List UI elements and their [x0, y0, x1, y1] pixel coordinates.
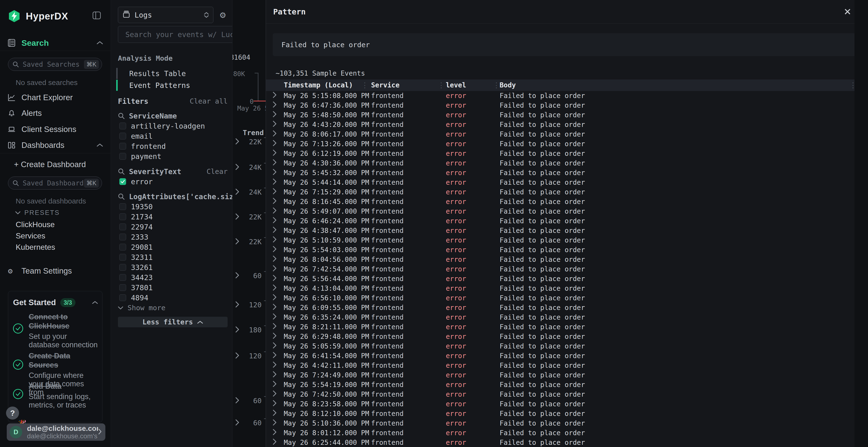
presets-toggle[interactable]: PRESETS: [15, 209, 60, 216]
search-icon[interactable]: [118, 112, 125, 119]
table-row[interactable]: May 26 7:13:26.000 PM frontend error Fai…: [266, 139, 868, 149]
clear-button[interactable]: Clear: [207, 167, 227, 176]
table-row[interactable]: May 26 5:54:03.000 PM frontend error Fai…: [266, 245, 868, 255]
sidebar-section-search[interactable]: Search: [8, 38, 103, 48]
sidebar-item-dashboards[interactable]: Dashboards: [8, 140, 103, 150]
table-row[interactable]: May 26 6:41:54.000 PM frontend error Fai…: [266, 351, 868, 361]
checkbox[interactable]: [119, 254, 126, 261]
checkbox[interactable]: [119, 224, 126, 230]
checkbox[interactable]: [119, 143, 126, 149]
filter-option[interactable]: 2333: [118, 232, 227, 242]
checkbox[interactable]: [119, 133, 126, 139]
table-row[interactable]: May 26 6:47:36.000 PM frontend error Fai…: [266, 101, 868, 110]
pattern-preview-row[interactable]: 22K: [232, 212, 266, 222]
pattern-preview-row[interactable]: 180: [232, 325, 266, 335]
pattern-preview-row[interactable]: 24K: [232, 187, 266, 197]
table-row[interactable]: May 26 7:24:49.000 PM frontend error Fai…: [266, 370, 868, 380]
filter-option[interactable]: 33261: [118, 262, 227, 272]
table-row[interactable]: May 26 5:48:50.000 PM frontend error Fai…: [266, 110, 868, 120]
search-icon[interactable]: [118, 193, 125, 200]
table-row[interactable]: May 26 8:12:10.000 PM frontend error Fai…: [266, 409, 868, 419]
table-row[interactable]: May 26 8:23:58.000 PM frontend error Fai…: [266, 399, 868, 409]
table-row[interactable]: May 26 8:21:11.000 PM frontend error Fai…: [266, 322, 868, 332]
filter-option[interactable]: payment: [118, 151, 227, 161]
table-row[interactable]: May 26 6:09:55.000 PM frontend error Fai…: [266, 303, 868, 313]
checkbox[interactable]: [119, 294, 126, 301]
filter-option[interactable]: 22974: [118, 222, 227, 232]
pattern-preview-row[interactable]: 120: [232, 300, 266, 310]
pattern-preview-row[interactable]: 60: [232, 418, 266, 428]
analysis-option-event-patterns[interactable]: Event Patterns: [116, 80, 217, 91]
sidebar-item-alerts[interactable]: Alerts: [8, 108, 103, 118]
get-started-step[interactable]: Connect to ClickHouse Set up your databa…: [13, 312, 98, 349]
column-resize-icon[interactable]: ⋮: [493, 81, 500, 90]
pattern-preview-row[interactable]: 60: [232, 396, 266, 406]
sidebar-item-services[interactable]: Services: [16, 232, 45, 240]
table-row[interactable]: May 26 5:54:19.000 PM frontend error Fai…: [266, 380, 868, 390]
checkbox[interactable]: [119, 203, 126, 210]
less-filters-button[interactable]: Less filters: [118, 317, 227, 327]
table-row[interactable]: May 26 6:56:10.000 PM frontend error Fai…: [266, 294, 868, 303]
table-row[interactable]: May 26 5:49:07.000 PM frontend error Fai…: [266, 207, 868, 216]
checkbox[interactable]: [119, 153, 126, 160]
filter-option[interactable]: email: [118, 131, 227, 141]
saved-dashboards-input[interactable]: Saved Dashboards ⌘K: [8, 176, 102, 190]
filter-option[interactable]: 19350: [118, 202, 227, 212]
chevron-up-icon[interactable]: [92, 300, 98, 305]
column-resize-icon[interactable]: ⋮: [361, 81, 368, 90]
scrollbar-track[interactable]: [855, 0, 868, 447]
filter-option[interactable]: 34423: [118, 272, 227, 282]
pattern-preview-row[interactable]: 60: [232, 271, 266, 281]
pattern-preview-row[interactable]: 22K: [232, 137, 266, 147]
table-row[interactable]: May 26 4:43:20.000 PM frontend error Fai…: [266, 120, 868, 130]
logo[interactable]: HyperDX: [8, 10, 103, 22]
table-row[interactable]: May 26 7:42:54.000 PM frontend error Fai…: [266, 265, 868, 274]
table-row[interactable]: May 26 7:42:50.000 PM frontend error Fai…: [266, 390, 868, 399]
create-dashboard-button[interactable]: + Create Dashboard: [14, 159, 109, 170]
filter-option[interactable]: 4894: [118, 293, 227, 303]
clear-all-button[interactable]: Clear all: [190, 97, 227, 105]
column-resize-icon[interactable]: ⋮: [438, 81, 445, 90]
checkbox[interactable]: [119, 213, 126, 220]
table-row[interactable]: May 26 7:15:29.000 PM frontend error Fai…: [266, 187, 868, 197]
checkbox[interactable]: [119, 178, 126, 185]
sidebar-item-kubernetes[interactable]: Kubernetes: [16, 243, 55, 252]
table-row[interactable]: May 26 5:45:32.000 PM frontend error Fai…: [266, 168, 868, 178]
table-row[interactable]: May 26 5:10:36.000 PM frontend error Fai…: [266, 419, 868, 428]
checkbox[interactable]: [119, 284, 126, 291]
sidebar-item-team-settings[interactable]: ⚙ Team Settings: [8, 266, 103, 276]
table-row[interactable]: May 26 4:42:11.000 PM frontend error Fai…: [266, 361, 868, 370]
get-started-step[interactable]: Add Data Start sending logs, metrics, or…: [13, 382, 98, 409]
table-row[interactable]: May 26 6:35:24.000 PM frontend error Fai…: [266, 313, 868, 322]
table-row[interactable]: May 26 8:16:45.000 PM frontend error Fai…: [266, 197, 868, 207]
table-row[interactable]: May 26 4:38:47.000 PM frontend error Fai…: [266, 226, 868, 236]
checkbox[interactable]: [119, 264, 126, 271]
source-select[interactable]: Logs: [118, 7, 213, 23]
pattern-preview-row[interactable]: 24K: [232, 162, 266, 172]
table-row[interactable]: May 26 4:30:36.000 PM frontend error Fai…: [266, 159, 868, 168]
table-row[interactable]: May 26 5:56:44.000 PM frontend error Fai…: [266, 274, 868, 284]
table-row[interactable]: May 26 8:04:56.000 PM frontend error Fai…: [266, 255, 868, 265]
pattern-preview-row[interactable]: 120: [232, 351, 266, 361]
show-more-button[interactable]: Show more: [118, 303, 227, 313]
checkbox[interactable]: [119, 123, 126, 129]
filter-option[interactable]: 32311: [118, 252, 227, 262]
filter-option[interactable]: 37801: [118, 282, 227, 293]
checkbox[interactable]: [119, 234, 126, 240]
search-icon[interactable]: [118, 168, 125, 175]
sidebar-item-chart-explorer[interactable]: Chart Explorer: [8, 92, 103, 103]
filter-option[interactable]: 29081: [118, 242, 227, 252]
close-icon[interactable]: ×: [841, 5, 854, 18]
filter-option[interactable]: error: [118, 176, 227, 187]
table-row[interactable]: May 26 5:10:59.000 PM frontend error Fai…: [266, 236, 868, 245]
sidebar-item-client-sessions[interactable]: Client Sessions: [8, 124, 103, 135]
table-row[interactable]: May 26 6:12:19.000 PM frontend error Fai…: [266, 149, 868, 159]
table-row[interactable]: May 26 6:25:44.000 PM frontend error Fai…: [266, 438, 868, 447]
table-row[interactable]: May 26 4:13:04.000 PM frontend error Fai…: [266, 284, 868, 294]
user-menu[interactable]: D dale@clickhouse.com dale@clickhouse.co…: [7, 423, 105, 441]
table-row[interactable]: May 26 5:44:14.000 PM frontend error Fai…: [266, 178, 868, 187]
analysis-option-results-table[interactable]: Results Table: [116, 68, 217, 79]
source-settings-gear-icon[interactable]: ⚙: [218, 10, 228, 20]
table-row[interactable]: May 26 6:46:24.000 PM frontend error Fai…: [266, 216, 868, 226]
saved-searches-input[interactable]: Saved Searches ⌘K: [8, 58, 102, 71]
